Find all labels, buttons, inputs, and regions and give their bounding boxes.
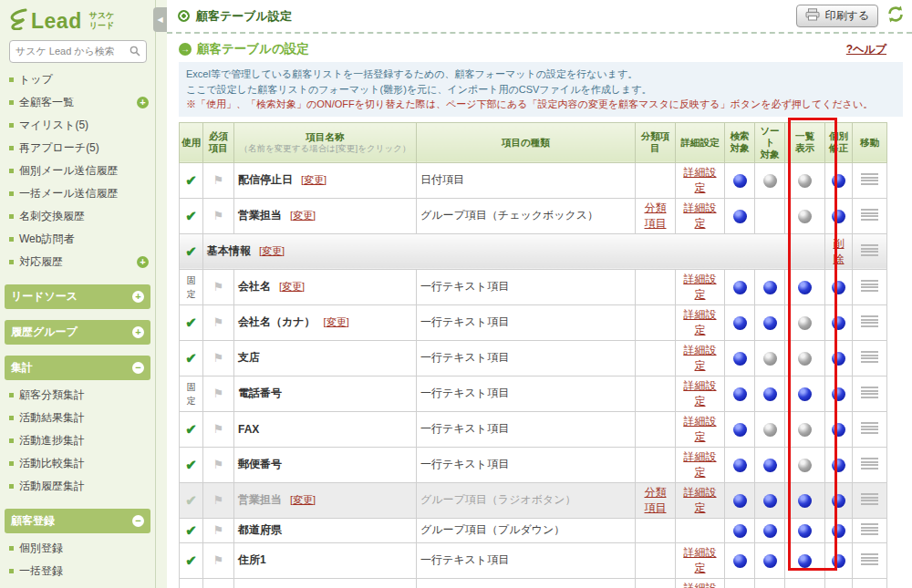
individual-edit-toggle-on-icon[interactable] — [832, 494, 845, 508]
sort-target-toggle-off-icon[interactable] — [763, 423, 777, 437]
sidebar-item[interactable]: Web訪問者 — [0, 228, 167, 251]
category-link[interactable]: 分類項目 — [645, 201, 667, 230]
drag-handle-icon[interactable] — [861, 173, 878, 185]
detail-settings-link[interactable]: 詳細設定 — [684, 201, 717, 230]
sidebar-item[interactable]: 個別メール送信履歴 — [0, 160, 167, 182]
sidebar-section-header[interactable]: リードソース+ — [5, 284, 150, 309]
drag-handle-icon[interactable] — [861, 244, 878, 256]
drag-handle-icon[interactable] — [861, 523, 878, 535]
search-target-toggle-on-icon[interactable] — [733, 316, 747, 330]
use-check-icon[interactable]: ✔ — [185, 172, 197, 188]
search-target-toggle-on-icon[interactable] — [733, 387, 747, 401]
individual-edit-toggle-on-icon[interactable] — [832, 554, 845, 568]
detail-settings-link[interactable]: 詳細設定 — [684, 450, 717, 479]
individual-edit-toggle-on-icon[interactable] — [832, 524, 845, 538]
search-target-toggle-on-icon[interactable] — [733, 423, 747, 437]
detail-settings-link[interactable]: 詳細設定 — [684, 486, 717, 514]
sidebar-item[interactable]: 対応履歴+ — [0, 251, 167, 273]
list-display-toggle-off-icon[interactable] — [798, 210, 812, 223]
sort-target-toggle-on-icon[interactable] — [763, 554, 777, 568]
search-target-toggle-on-icon[interactable] — [733, 210, 747, 223]
change-link-label[interactable]: 変更 — [262, 245, 282, 256]
drag-handle-icon[interactable] — [861, 351, 878, 363]
refresh-icon[interactable] — [886, 5, 905, 26]
expand-plus-icon[interactable]: + — [137, 256, 149, 268]
sidebar-item[interactable]: トップ — [0, 68, 167, 91]
list-display-toggle-off-icon[interactable] — [798, 174, 812, 188]
drag-handle-icon[interactable] — [861, 387, 878, 398]
sidebar-item[interactable]: 個別登録 — [0, 537, 167, 560]
collapse-minus-icon[interactable]: − — [132, 362, 144, 374]
individual-edit-toggle-on-icon[interactable] — [832, 423, 845, 437]
sidebar-section-header[interactable]: 顧客登録− — [5, 509, 150, 533]
sort-target-toggle-off-icon[interactable] — [763, 352, 777, 366]
list-display-toggle-on-icon[interactable] — [798, 281, 812, 294]
change-link-label[interactable]: 変更 — [282, 281, 302, 292]
drag-handle-icon[interactable] — [861, 458, 878, 469]
expand-plus-icon[interactable]: + — [132, 291, 144, 303]
individual-edit-toggle-on-icon[interactable] — [832, 281, 845, 294]
expand-plus-icon[interactable]: + — [137, 97, 149, 108]
individual-edit-toggle-on-icon[interactable] — [832, 387, 845, 401]
detail-settings-link[interactable]: 詳細設定 — [684, 344, 717, 372]
sort-target-toggle-on-icon[interactable] — [763, 387, 777, 401]
use-check-icon[interactable]: ✔ — [185, 457, 197, 472]
search-target-toggle-on-icon[interactable] — [733, 281, 747, 294]
sidebar-item[interactable]: マイリスト(5) — [0, 114, 167, 137]
drag-handle-icon[interactable] — [861, 553, 878, 565]
help-link[interactable]: ?ヘルプ — [846, 42, 886, 57]
sidebar-collapse-button[interactable]: ◀ — [153, 7, 167, 32]
drag-handle-icon[interactable] — [861, 209, 878, 221]
sidebar-item[interactable]: 一括メール送信履歴 — [0, 182, 167, 205]
use-check-icon[interactable]: ✔ — [185, 552, 197, 568]
use-check-icon[interactable]: ✔ — [185, 243, 197, 259]
detail-settings-link[interactable]: 詳細設定 — [684, 273, 717, 301]
list-display-toggle-off-icon[interactable] — [798, 352, 812, 366]
change-link-label[interactable]: 変更 — [293, 494, 313, 505]
sidebar-item[interactable]: 活動進捗集計 — [0, 429, 167, 452]
drag-handle-icon[interactable] — [861, 422, 878, 434]
list-display-toggle-on-icon[interactable] — [798, 524, 812, 538]
list-display-toggle-on-icon[interactable] — [798, 494, 812, 508]
individual-edit-toggle-on-icon[interactable] — [832, 210, 845, 223]
category-link[interactable]: 分類項目 — [645, 486, 667, 514]
individual-edit-toggle-on-icon[interactable] — [832, 174, 845, 188]
change-link-label[interactable]: 変更 — [293, 210, 313, 221]
sort-target-toggle-on-icon[interactable] — [763, 316, 777, 330]
detail-settings-link[interactable]: 詳細設定 — [684, 379, 717, 407]
use-check-icon[interactable]: ✔ — [185, 208, 197, 223]
change-link-label[interactable]: 変更 — [326, 316, 347, 327]
use-check-icon[interactable]: ✔ — [185, 522, 197, 538]
search-target-toggle-on-icon[interactable] — [733, 352, 747, 366]
sort-target-toggle-on-icon[interactable] — [763, 281, 777, 294]
drag-handle-icon[interactable] — [861, 280, 878, 292]
list-display-toggle-off-icon[interactable] — [798, 423, 812, 437]
sidebar-item[interactable]: 一括登録 — [0, 560, 167, 583]
sidebar-item[interactable]: 名刺交換履歴 — [0, 205, 167, 228]
change-link-label[interactable]: 変更 — [304, 174, 324, 185]
use-check-icon[interactable]: ✔ — [185, 350, 197, 366]
collapse-minus-icon[interactable]: − — [132, 515, 144, 527]
sidebar-search[interactable]: サスケ Lead から検索 — [9, 40, 147, 63]
sidebar-item[interactable]: 全顧客一覧+ — [0, 91, 167, 114]
logo[interactable]: Lead サスケ リード — [0, 0, 167, 37]
sort-target-toggle-on-icon[interactable] — [763, 524, 777, 538]
sidebar-section-header[interactable]: 履歴グループ+ — [5, 320, 150, 345]
detail-settings-link[interactable]: 詳細設定 — [684, 546, 717, 574]
search-target-toggle-on-icon[interactable] — [733, 459, 747, 472]
drag-handle-icon[interactable] — [861, 315, 878, 327]
detail-settings-link[interactable]: 詳細設定 — [684, 415, 717, 443]
print-button[interactable]: 印刷する — [796, 5, 878, 27]
sidebar-item[interactable]: 再アプローチ(5) — [0, 137, 167, 160]
search-target-toggle-on-icon[interactable] — [733, 174, 747, 188]
individual-edit-toggle-on-icon[interactable] — [832, 316, 845, 330]
sidebar-item[interactable]: 活動履歴集計 — [0, 475, 167, 498]
list-display-toggle-on-icon[interactable] — [798, 387, 812, 401]
expand-plus-icon[interactable]: + — [132, 326, 144, 338]
sort-target-toggle-off-icon[interactable] — [763, 174, 777, 188]
list-display-toggle-on-icon[interactable] — [798, 554, 812, 568]
use-check-icon[interactable]: ✔ — [185, 492, 197, 508]
detail-settings-link[interactable]: 詳細設定 — [684, 582, 717, 588]
search-target-toggle-on-icon[interactable] — [733, 554, 747, 568]
search-target-toggle-on-icon[interactable] — [733, 494, 747, 508]
